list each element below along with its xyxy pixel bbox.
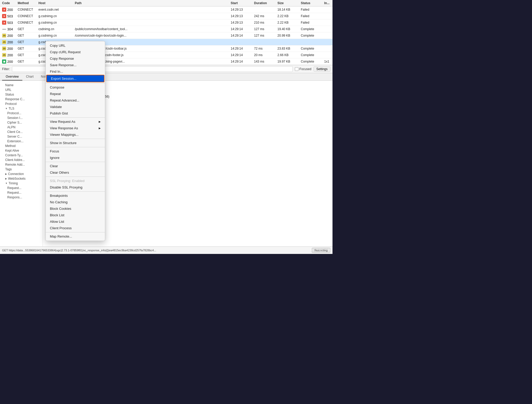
watermark: CSDN @连小黑 bbox=[310, 248, 330, 252]
menu-item-clear[interactable]: Clear bbox=[46, 163, 105, 169]
sidebar-item-cipher-s[interactable]: Cipher S... bbox=[0, 120, 43, 125]
menu-item-view-response-as[interactable]: View Response As bbox=[46, 125, 105, 131]
menu-item-view-request-as[interactable]: View Request As bbox=[46, 118, 105, 125]
context-menu: Copy URL Copy cURL Request Copy Response… bbox=[45, 41, 105, 241]
menu-separator bbox=[46, 191, 105, 192]
sidebar-item-request2[interactable]: Request... bbox=[0, 190, 43, 195]
menu-item-clear-others[interactable]: Clear Others bbox=[46, 169, 105, 176]
sidebar-item-kept-alive[interactable]: Kept Alive bbox=[0, 148, 43, 153]
sidebar-item-response-c[interactable]: Response C... bbox=[0, 97, 43, 102]
row-duration: 127 ms bbox=[252, 27, 275, 31]
sidebar-item-extension[interactable]: Extension... bbox=[0, 139, 43, 144]
row-code-cell: ✕ 200 bbox=[0, 7, 16, 12]
sidebar-item-name[interactable]: Name bbox=[0, 83, 43, 87]
table-row[interactable]: — 304 GET csdnimg.cn /public/common/tool… bbox=[0, 26, 332, 32]
focused-checkbox[interactable] bbox=[295, 67, 298, 71]
row-method: CONNECT bbox=[16, 20, 36, 25]
row-code-cell: ✕ 503 bbox=[0, 14, 16, 19]
menu-item-no-caching[interactable]: No Caching bbox=[46, 199, 105, 205]
row-size: 19.40 KB bbox=[275, 27, 299, 31]
menu-item-breakpoints[interactable]: Breakpoints bbox=[46, 192, 105, 199]
menu-item-focus[interactable]: Focus bbox=[46, 148, 105, 154]
table-row[interactable]: ✕ 503 CONNECT g.csdnimg.cn 14:29:13 210 … bbox=[0, 19, 332, 26]
row-status: Complete bbox=[299, 59, 322, 64]
dash-icon: — bbox=[2, 27, 6, 31]
menu-item-copy-response[interactable]: Copy Response bbox=[46, 55, 105, 62]
row-in bbox=[322, 9, 332, 10]
menu-item-validate[interactable]: Validate bbox=[46, 104, 105, 110]
row-in bbox=[322, 29, 332, 30]
sidebar-item-connection[interactable]: Connection bbox=[0, 172, 43, 176]
row-method: GET bbox=[16, 40, 36, 44]
tab-overview[interactable]: Overview bbox=[2, 73, 22, 80]
js-icon: JS bbox=[2, 53, 6, 57]
sidebar-item-timing[interactable]: Timing bbox=[0, 181, 43, 186]
row-start: 14:29:14 bbox=[229, 53, 252, 57]
sidebar-item-protocol[interactable]: Protocol bbox=[0, 102, 43, 106]
sidebar-item-method[interactable]: Method bbox=[0, 144, 43, 148]
sidebar-item-request1[interactable]: Request... bbox=[0, 186, 43, 190]
row-in bbox=[322, 42, 332, 43]
settings-button[interactable]: Settings bbox=[314, 66, 330, 72]
sidebar-item-protocol-sub[interactable]: Protocol... bbox=[0, 111, 43, 116]
menu-item-repeat[interactable]: Repeat bbox=[46, 91, 105, 97]
table-row[interactable]: ✕ 200 CONNECT event.csdn.net 14:29:13 18… bbox=[0, 6, 332, 13]
row-status: Complete bbox=[299, 53, 322, 57]
sidebar-item-status[interactable]: Status bbox=[0, 92, 43, 97]
menu-item-ignore[interactable]: Ignore bbox=[46, 154, 105, 161]
sidebar-item-url[interactable]: URL bbox=[0, 87, 43, 92]
sidebar-item-content-ty[interactable]: Content-Ty... bbox=[0, 153, 43, 158]
row-in bbox=[322, 48, 332, 49]
row-path bbox=[73, 22, 229, 23]
sidebar-item-client-ce[interactable]: Client Ce... bbox=[0, 130, 43, 134]
menu-item-find-in[interactable]: Find In... bbox=[46, 68, 105, 75]
sidebar-item-server-c[interactable]: Server C... bbox=[0, 134, 43, 139]
menu-item-export-session[interactable]: Export Session... bbox=[46, 75, 104, 82]
sidebar-item-response[interactable]: Respons... bbox=[0, 195, 43, 200]
tab-chart[interactable]: Chart bbox=[22, 73, 37, 80]
menu-item-publish-gist[interactable]: Publish Gist bbox=[46, 110, 105, 117]
error-icon: ✕ bbox=[2, 21, 6, 25]
menu-item-client-process[interactable]: Client Process bbox=[46, 225, 105, 231]
menu-item-block-list[interactable]: Block List bbox=[46, 212, 105, 218]
row-duration: 242 ms bbox=[252, 14, 275, 18]
row-start: 14:29:14 bbox=[229, 46, 252, 51]
menu-item-repeat-advanced[interactable]: Repeat Advanced... bbox=[46, 97, 105, 104]
row-host: g.csdnimg.cn bbox=[36, 14, 73, 18]
menu-item-map-remote[interactable]: Map Remote... bbox=[46, 233, 105, 240]
menu-item-allow-list[interactable]: Allow List bbox=[46, 218, 105, 225]
row-status: Complete bbox=[299, 46, 322, 51]
row-code-cell: JS 200 bbox=[0, 52, 16, 58]
error-icon: ✕ bbox=[2, 14, 6, 18]
row-duration: 20 ms bbox=[252, 53, 275, 57]
menu-item-show-in-structure[interactable]: Show in Structure bbox=[46, 140, 105, 146]
error-icon: ✕ bbox=[2, 8, 6, 12]
col-header-path: Path bbox=[73, 1, 229, 5]
table-row[interactable]: ✕ 503 CONNECT g.csdnimg.cn 14:29:13 242 … bbox=[0, 13, 332, 19]
row-in bbox=[322, 35, 332, 36]
sidebar-item-remote-add[interactable]: Remote Add... bbox=[0, 162, 43, 167]
row-code-cell: JS 200 bbox=[0, 39, 16, 45]
menu-separator bbox=[46, 162, 105, 162]
sidebar-item-tls[interactable]: TLS bbox=[0, 106, 43, 111]
menu-item-save-response[interactable]: Save Response... bbox=[46, 62, 105, 68]
row-host: event.csdn.net bbox=[36, 7, 73, 12]
menu-item-compose[interactable]: Compose bbox=[46, 84, 105, 91]
menu-item-copy-curl[interactable]: Copy cURL Request bbox=[46, 49, 105, 55]
row-code: 200 bbox=[7, 8, 13, 12]
sidebar-item-websockets[interactable]: WebSockets bbox=[0, 176, 43, 181]
sidebar-item-session-i[interactable]: Session I... bbox=[0, 116, 43, 120]
row-duration: 72 ms bbox=[252, 46, 275, 51]
row-host: csdnimg.cn bbox=[36, 27, 73, 31]
row-method: GET bbox=[16, 59, 36, 64]
menu-item-disable-ssl-proxying[interactable]: Disable SSL Proxying bbox=[46, 184, 105, 191]
row-status bbox=[299, 42, 322, 43]
menu-item-block-cookies[interactable]: Block Cookies bbox=[46, 205, 105, 212]
sidebar-item-tags[interactable]: Tags bbox=[0, 167, 43, 172]
menu-item-copy-url[interactable]: Copy URL bbox=[46, 42, 105, 49]
table-row[interactable]: JS 200 GET g.csdnimg.cn /common/csdn-log… bbox=[0, 32, 332, 39]
row-method: CONNECT bbox=[16, 14, 36, 18]
sidebar-item-alpn[interactable]: ALPN bbox=[0, 125, 43, 130]
sidebar-item-client-addre[interactable]: Client Addre... bbox=[0, 158, 43, 162]
menu-item-viewer-mappings[interactable]: Viewer Mappings... bbox=[46, 131, 105, 138]
